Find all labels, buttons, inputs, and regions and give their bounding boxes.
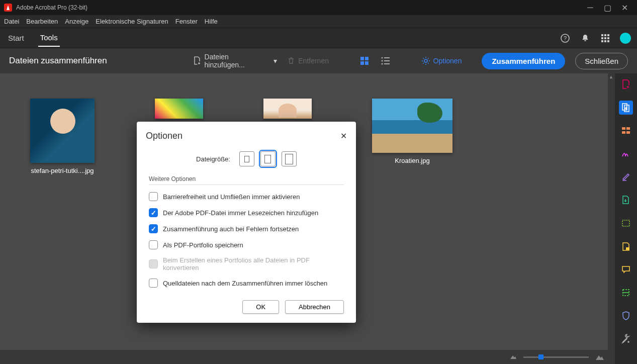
tab-tools[interactable]: Tools [38,29,60,47]
svg-point-20 [381,63,383,65]
compress-icon[interactable] [619,216,633,230]
comment-icon[interactable] [619,262,633,277]
option-continue-errors[interactable]: Zusammenführung auch bei Fehlern fortset… [149,221,344,237]
close-button[interactable]: Schließen [575,53,628,69]
sign-icon[interactable] [619,147,633,161]
svg-rect-21 [384,63,390,64]
zoom-large-icon [595,353,605,361]
menu-signaturen[interactable]: Elektronische Signaturen [96,18,168,25]
thumbnail-image [263,99,312,119]
menubar: Datei Bearbeiten Anzeige Elektronische S… [0,15,637,28]
svg-rect-24 [622,127,625,130]
add-file-icon [193,56,202,65]
svg-rect-14 [360,61,364,65]
filesize-small-button[interactable] [239,151,254,166]
menu-datei[interactable]: Datei [4,18,19,25]
gear-icon [421,56,430,65]
zoom-small-icon [509,353,517,361]
file-thumb-3[interactable] [263,99,312,119]
dialog-close-button[interactable]: ✕ [340,131,347,141]
minimize-button[interactable]: ─ [587,4,594,11]
svg-point-16 [381,57,383,59]
add-files-label: Dateien hinzufügen... [205,53,271,69]
svg-rect-19 [384,60,390,61]
bell-icon[interactable] [580,33,591,44]
checkbox[interactable] [149,240,158,249]
options-label: Optionen [433,57,462,65]
checkbox[interactable] [149,192,158,201]
filesize-medium-button[interactable] [260,151,276,166]
checkbox[interactable] [149,279,158,288]
option-accessibility[interactable]: Barrierefreiheit und Umfließen immer akt… [149,189,344,205]
help-icon[interactable]: ? [560,33,571,44]
svg-rect-26 [622,131,625,134]
fill-sign-icon[interactable] [619,170,633,184]
trash-icon [287,57,295,65]
merge-button[interactable]: Zusammenführen [482,53,565,69]
thumbnail-image [372,99,452,153]
svg-rect-27 [626,131,630,134]
ok-button[interactable]: OK [242,300,279,314]
option-label: Der Adobe PDF-Datei immer Lesezeichen hi… [163,209,318,217]
svg-rect-13 [365,57,369,60]
page-title: Dateien zusammenführen [9,56,107,66]
more-tools-icon[interactable] [619,332,633,346]
option-label: Beim Erstellen eines Portfolios alle Dat… [163,256,344,271]
tab-start[interactable]: Start [6,30,26,46]
grid-view-button[interactable] [359,55,370,66]
apps-grid-icon[interactable] [600,33,611,44]
cancel-button[interactable]: Abbrechen [285,300,344,314]
stamp-icon[interactable] [619,239,633,253]
status-bar [0,350,615,364]
menu-fenster[interactable]: Fenster [175,18,198,25]
avatar[interactable] [620,33,631,44]
svg-rect-7 [607,37,609,39]
zoom-slider[interactable] [523,356,589,358]
create-pdf-icon[interactable] [619,77,633,92]
file-thumb-4[interactable]: Kroatien.jpg [372,99,452,164]
filesize-label: Dateigröße: [196,155,230,163]
maximize-button[interactable]: ▢ [604,4,611,11]
export-icon[interactable] [619,193,633,207]
svg-rect-12 [360,57,364,60]
svg-point-22 [424,59,427,62]
list-view-button[interactable] [380,55,391,66]
checkbox[interactable] [149,208,158,217]
filesize-large-button[interactable] [282,151,297,166]
right-tool-rail [615,73,637,364]
svg-rect-6 [604,37,606,39]
organize-icon[interactable] [619,124,633,138]
scan-icon[interactable] [619,286,633,300]
option-label: Als PDF-Portfolio speichern [163,241,243,249]
option-delete-source[interactable]: Quelldateien nach dem Zusammenführen imm… [149,275,344,291]
window-title: Adobe Acrobat Pro (32-bit) [16,4,587,11]
svg-rect-8 [601,40,603,42]
close-window-button[interactable]: ✕ [621,4,628,11]
option-bookmarks[interactable]: Der Adobe PDF-Datei immer Lesezeichen hi… [149,205,344,221]
svg-text:?: ? [564,35,567,41]
svg-rect-2 [601,34,603,36]
svg-rect-25 [626,127,630,130]
option-convert-portfolio: Beim Erstellen eines Portfolios alle Dat… [149,253,344,275]
options-button[interactable]: Optionen [421,56,462,65]
remove-button[interactable]: Entfernen [287,57,329,65]
app-icon [4,4,12,12]
file-thumb-2[interactable] [155,99,203,119]
svg-rect-15 [365,61,369,65]
vertical-scrollbar[interactable] [608,73,615,350]
file-thumb-1[interactable]: stefan-petri-tutki....jpg [30,99,95,174]
menu-anzeige[interactable]: Anzeige [65,18,88,25]
option-portfolio[interactable]: Als PDF-Portfolio speichern [149,237,344,253]
add-files-button[interactable]: Dateien hinzufügen... ▾ [193,53,278,69]
combine-files-icon[interactable] [619,101,633,115]
svg-rect-9 [604,40,606,42]
menu-hilfe[interactable]: Hilfe [205,18,218,25]
menu-bearbeiten[interactable]: Bearbeiten [26,18,58,25]
svg-rect-28 [622,220,629,226]
thumbnail-image [30,99,95,163]
checkbox[interactable] [149,224,158,233]
svg-point-18 [381,60,383,62]
protect-icon[interactable] [619,309,633,323]
svg-rect-3 [604,34,606,36]
option-label: Barrierefreiheit und Umfließen immer akt… [163,193,300,201]
